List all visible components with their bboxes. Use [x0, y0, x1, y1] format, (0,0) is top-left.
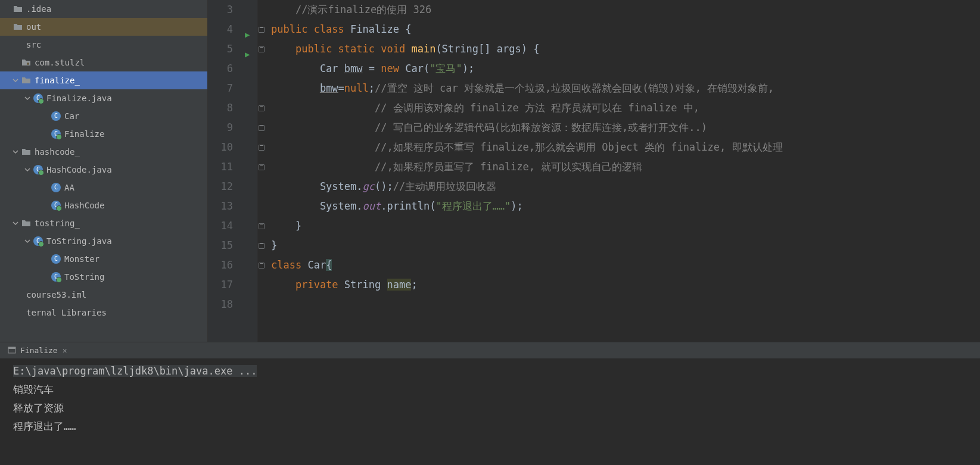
tree-item[interactable]: tostring_	[0, 214, 207, 232]
fold-toggle-icon[interactable]	[259, 263, 265, 269]
tree-item-label: ternal Libraries	[26, 308, 203, 317]
chevron-down-icon[interactable]	[42, 255, 49, 263]
tree-item[interactable]: CToString.java	[0, 232, 207, 250]
console-line: 释放了资源	[13, 399, 974, 417]
chevron-down-icon[interactable]	[12, 77, 19, 84]
code-line[interactable]: }	[271, 216, 980, 236]
chevron-down-icon[interactable]	[42, 202, 49, 209]
tree-item[interactable]: src	[0, 36, 207, 54]
line-number: 18	[208, 295, 233, 314]
run-console[interactable]: E:\java\program\lzljdk8\bin\java.exe ...…	[0, 358, 980, 465]
tree-item[interactable]: CHashCode	[0, 196, 207, 214]
tree-item[interactable]: CCar	[0, 107, 207, 125]
tree-item-label: Car	[64, 111, 203, 121]
run-tab-label: Finalize	[20, 346, 58, 355]
line-number: 10	[208, 138, 233, 157]
chevron-down-icon[interactable]	[42, 113, 49, 120]
tree-item[interactable]: CHashCode.java	[0, 161, 207, 179]
tree-item[interactable]: CToString	[0, 268, 207, 286]
run-tab-bar: Finalize ✕	[0, 342, 980, 358]
tree-item[interactable]: out	[0, 18, 207, 36]
code-line[interactable]: public static void main(String[] args) {	[271, 39, 980, 59]
fold-toggle-icon[interactable]	[259, 243, 265, 249]
chevron-down-icon[interactable]	[4, 309, 11, 316]
tree-item[interactable]: .idea	[0, 0, 207, 18]
folder-icon	[13, 4, 23, 14]
code-line[interactable]: private String name;	[271, 275, 980, 295]
code-line[interactable]: //,如果程序员重写了 finalize, 就可以实现自己的逻辑	[271, 157, 980, 177]
tree-item-label: Finalize.java	[46, 93, 203, 103]
folder-icon	[21, 76, 31, 85]
project-tree[interactable]: .ideaoutsrccom.stulzlfinalize_CFinalize.…	[0, 0, 208, 342]
fold-toggle-icon[interactable]	[259, 223, 265, 229]
close-icon[interactable]: ✕	[63, 346, 67, 355]
run-line-marker-icon[interactable]: ▶	[245, 25, 250, 45]
chevron-down-icon[interactable]	[24, 238, 31, 245]
line-number: 5	[208, 39, 233, 59]
tree-item-label: src	[26, 40, 203, 49]
fold-toggle-icon[interactable]	[259, 27, 265, 33]
tree-item-label: ToString	[64, 272, 203, 282]
run-line-marker-icon[interactable]: ▶	[245, 45, 250, 64]
code-line[interactable]: bmw=null;//置空 这时 car 对象就是一个垃圾,垃圾回收器就会回收(…	[271, 79, 980, 98]
tree-item[interactable]: ternal Libraries	[0, 304, 207, 322]
tree-item[interactable]: CFinalize	[0, 125, 207, 143]
line-number: 4	[208, 20, 233, 39]
code-editor[interactable]: 3456789101112131415161718 ▶▶ //演示finaliz…	[208, 0, 980, 342]
code-line[interactable]: Car bmw = new Car("宝马");	[271, 59, 980, 79]
tree-item[interactable]: finalize_	[0, 71, 207, 89]
code-line[interactable]: }	[271, 236, 980, 255]
fold-toggle-icon[interactable]	[259, 145, 265, 151]
tree-item[interactable]: course53.iml	[0, 286, 207, 304]
tree-item[interactable]: CMonster	[0, 250, 207, 268]
fold-toggle-icon[interactable]	[259, 105, 265, 111]
code-line[interactable]: //演示finalize的使用 326	[271, 0, 980, 20]
tree-item-label: Monster	[64, 254, 203, 264]
class-icon: C	[51, 183, 61, 192]
chevron-down-icon[interactable]	[4, 23, 11, 30]
tree-item[interactable]: hashcode_	[0, 143, 207, 161]
code-line[interactable]: // 写自己的业务逻辑代码(比如释放资源：数据库连接,或者打开文件..)	[271, 118, 980, 138]
chevron-down-icon[interactable]	[24, 95, 31, 102]
tree-item-label: course53.iml	[26, 290, 203, 299]
chevron-down-icon[interactable]	[12, 220, 19, 227]
chevron-down-icon[interactable]	[4, 291, 11, 298]
code-area[interactable]: //演示finalize的使用 326public class Finalize…	[266, 0, 980, 342]
line-number: 6	[208, 59, 233, 79]
code-line[interactable]: System.gc();//主动调用垃圾回收器	[271, 177, 980, 196]
java-file-icon: C	[33, 236, 43, 246]
tree-item-label: HashCode	[64, 201, 203, 210]
tree-item-label: finalize_	[35, 76, 203, 85]
run-gutter[interactable]: ▶▶	[244, 0, 257, 342]
chevron-down-icon[interactable]	[12, 59, 19, 66]
fold-toggle-icon[interactable]	[259, 125, 265, 131]
code-line[interactable]: public class Finalize {	[271, 20, 980, 39]
chevron-down-icon[interactable]	[42, 184, 49, 191]
tree-item[interactable]: CFinalize.java	[0, 89, 207, 107]
console-line: 程序退出了……	[13, 417, 974, 436]
chevron-down-icon[interactable]	[4, 41, 11, 48]
chevron-down-icon[interactable]	[12, 148, 19, 155]
line-number: 9	[208, 118, 233, 138]
chevron-down-icon[interactable]	[4, 5, 11, 13]
tree-item-label: HashCode.java	[46, 165, 203, 174]
code-line[interactable]: //,如果程序员不重写 finalize,那么就会调用 Object 类的 fi…	[271, 138, 980, 157]
fold-toggle-icon[interactable]	[259, 164, 265, 170]
class-icon: C	[51, 254, 61, 264]
code-line[interactable]: // 会调用该对象的 finalize 方法 程序员就可以在 finalize …	[271, 98, 980, 118]
code-line[interactable]: System.out.println("程序退出了……");	[271, 196, 980, 216]
line-number: 12	[208, 177, 233, 196]
fold-gutter[interactable]	[257, 0, 266, 342]
run-tab-finalize[interactable]: Finalize ✕	[4, 345, 70, 355]
chevron-down-icon[interactable]	[42, 130, 49, 138]
chevron-down-icon[interactable]	[24, 166, 31, 173]
line-number: 11	[208, 157, 233, 177]
folder-icon	[21, 219, 31, 228]
tree-item[interactable]: com.stulzl	[0, 54, 207, 71]
tree-item-label: .idea	[26, 4, 203, 14]
fold-toggle-icon[interactable]	[259, 46, 265, 52]
code-line[interactable]	[271, 295, 980, 314]
chevron-down-icon[interactable]	[42, 273, 49, 280]
code-line[interactable]: class Car{	[271, 255, 980, 275]
tree-item[interactable]: CAA	[0, 179, 207, 196]
